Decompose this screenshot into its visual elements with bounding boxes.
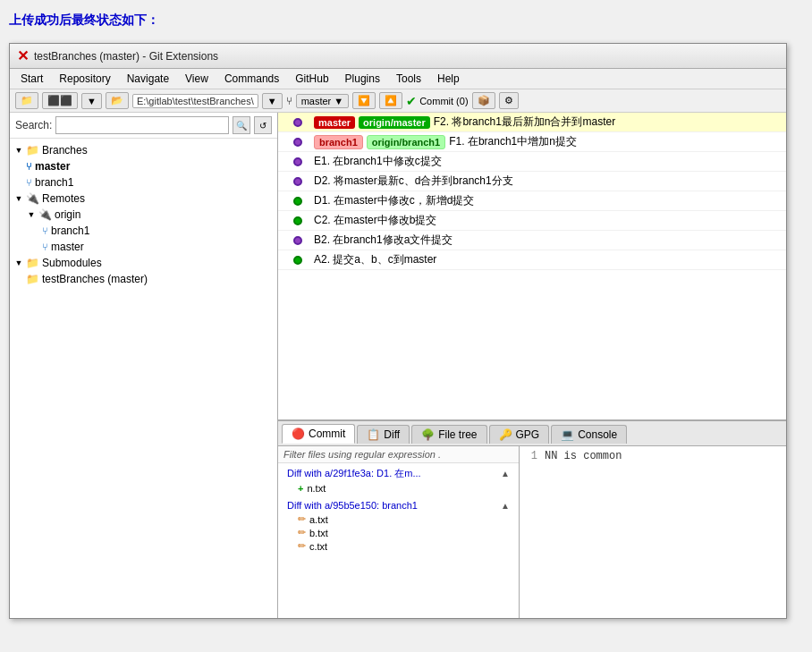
sidebar-item-origin[interactable]: ▼ 🔌 origin <box>10 207 277 223</box>
search-bar: Search: 🔍 ↺ <box>10 113 277 139</box>
commit-row-b2[interactable]: B2. 在branch1修改a文件提交 <box>278 231 786 250</box>
commit-row-f2[interactable]: master origin/master F2. 将branch1最后新加n合并… <box>278 113 786 132</box>
menu-start[interactable]: Start <box>13 71 50 87</box>
tab-gpg-label: GPG <box>516 428 540 441</box>
line-content-1: NN is common <box>545 450 622 462</box>
tab-commit[interactable]: 🔴 Commit <box>282 424 355 444</box>
diff-file-ntxt[interactable]: + n.txt <box>283 482 513 495</box>
sidebar: Search: 🔍 ↺ ▼ 📁 Branches ⑂ master ⑂ <box>10 113 278 618</box>
diff-file-atxt[interactable]: ✏ a.txt <box>283 512 513 526</box>
ctxt-label: c.txt <box>309 541 327 552</box>
master-label: master <box>35 160 70 173</box>
commit-labels-e1: E1. 在branch1中修改c提交 <box>314 154 442 169</box>
diff-section-1: Diff with a/29f1fe3a: D1. 在m... ▲ + n.tx… <box>278 463 519 496</box>
menu-help[interactable]: Help <box>430 71 467 87</box>
graph-col-f2 <box>282 118 314 127</box>
testbranches-icon: 📁 <box>26 273 39 285</box>
diff-section-2: Diff with a/95b5e150: branch1 ▲ ✏ a.txt … <box>278 496 519 555</box>
app-icon: ✕ <box>17 47 29 64</box>
toolbar-pull[interactable]: 🔽 <box>352 92 376 109</box>
toolbar-stash[interactable]: 📦 <box>472 92 495 109</box>
commit-label[interactable]: Commit (0) <box>419 96 468 106</box>
tab-diff[interactable]: 📋 Diff <box>357 425 410 444</box>
branch-badge[interactable]: master ▼ <box>296 94 350 108</box>
menu-plugins[interactable]: Plugins <box>338 71 387 87</box>
code-panel: 1 NN is common <box>520 446 786 618</box>
branches-folder-icon: 📁 <box>26 144 39 157</box>
commit-tab-icon: 🔴 <box>292 428 305 440</box>
sidebar-item-submodules[interactable]: ▼ 📁 Submodules <box>10 255 277 271</box>
toolbar-settings[interactable]: ⚙ <box>499 92 519 109</box>
commit-labels-d2: D2. 将master最新c、d合并到branch1分支 <box>314 174 513 189</box>
code-line-1: 1 NN is common <box>523 450 782 462</box>
diff-header-1[interactable]: Diff with a/29f1fe3a: D1. 在m... ▲ <box>283 465 513 482</box>
diff-file-ctxt[interactable]: ✏ c.txt <box>283 539 513 553</box>
testbranches-label: testBranches (master) <box>42 273 148 285</box>
diff-header-2-text: Diff with a/95b5e150: branch1 <box>287 500 418 511</box>
graph-col-f1 <box>282 138 314 147</box>
atxt-label: a.txt <box>309 514 328 525</box>
diff-header-2[interactable]: Diff with a/95b5e150: branch1 ▲ <box>283 498 513 512</box>
toolbar-btn-2[interactable]: ⬛⬛ <box>42 92 78 109</box>
sidebar-item-branch1[interactable]: ⑂ branch1 <box>10 174 277 191</box>
toolbar-path-dropdown[interactable]: ▼ <box>262 93 283 109</box>
submodules-toggle-icon: ▼ <box>13 258 24 268</box>
branch-icon: ⑂ <box>286 95 292 107</box>
branch-dropdown-icon: ▼ <box>334 96 343 106</box>
sidebar-item-origin-master[interactable]: ⑂ master <box>10 239 277 255</box>
graph-col-c2 <box>282 216 314 225</box>
menu-commands[interactable]: Commands <box>217 71 286 87</box>
sidebar-item-remotes[interactable]: ▼ 🔌 Remotes <box>10 191 277 207</box>
diff-file-btxt[interactable]: ✏ b.txt <box>283 526 513 539</box>
tab-console[interactable]: 💻 Console <box>551 425 627 444</box>
menu-tools[interactable]: Tools <box>389 71 428 87</box>
title-bar: ✕ testBranches (master) - Git Extensions <box>10 44 786 69</box>
menu-github[interactable]: GitHub <box>288 71 335 87</box>
main-content: Search: 🔍 ↺ ▼ 📁 Branches ⑂ master ⑂ <box>10 113 786 618</box>
origin-branch1-icon: ⑂ <box>42 225 48 236</box>
commit-labels-d1: D1. 在master中修改c，新增d提交 <box>314 193 474 208</box>
file-modified-icon-c: ✏ <box>298 540 306 552</box>
sidebar-item-master[interactable]: ⑂ master <box>10 158 277 174</box>
commit-row-c2[interactable]: C2. 在master中修改b提交 <box>278 211 786 231</box>
toolbar-folder[interactable]: 📂 <box>106 92 129 109</box>
toolbar-push[interactable]: 🔼 <box>379 92 402 109</box>
commit-ok-icon: ✔ <box>406 94 417 108</box>
origin-icon: 🔌 <box>38 208 52 221</box>
toolbar-btn-1[interactable]: 📁 <box>15 92 38 109</box>
sidebar-item-origin-branch1[interactable]: ⑂ branch1 <box>10 223 277 239</box>
tab-filetree[interactable]: 🌳 File tree <box>411 425 486 444</box>
diff-header-1-chevron: ▲ <box>501 469 510 478</box>
search-refresh-button[interactable]: ↺ <box>254 116 272 134</box>
toolbar: 📁 ⬛⬛ ▼ 📂 E:\gitlab\test\testBranches\ ▼ … <box>10 89 786 113</box>
commit-badge: ✔ Commit (0) <box>406 94 468 108</box>
toolbar-dropdown[interactable]: ▼ <box>81 93 102 109</box>
diff-tab-icon: 📋 <box>367 428 380 441</box>
sidebar-item-testbranches[interactable]: 📁 testBranches (master) <box>10 271 277 287</box>
search-input[interactable] <box>55 116 229 134</box>
origin-label: origin <box>55 208 80 221</box>
sidebar-tree: ▼ 📁 Branches ⑂ master ⑂ branch1 ▼ 🔌 Remo… <box>10 139 277 291</box>
commit-dot-f2 <box>293 118 302 127</box>
commit-dot-a2 <box>293 256 302 265</box>
commit-dot-c2 <box>293 216 302 225</box>
file-modified-icon-b: ✏ <box>298 527 306 538</box>
ntxt-label: n.txt <box>307 483 326 494</box>
commit-labels-f1: branch1 origin/branch1 F1. 在branch1中增加n提… <box>314 134 577 149</box>
commit-row-f1[interactable]: branch1 origin/branch1 F1. 在branch1中增加n提… <box>278 132 786 152</box>
menu-view[interactable]: View <box>178 71 216 87</box>
gpg-tab-icon: 🔑 <box>499 428 512 441</box>
commit-row-d1[interactable]: D1. 在master中修改c，新增d提交 <box>278 191 786 211</box>
remotes-folder-icon: 🔌 <box>26 192 39 205</box>
master-branch-icon: ⑂ <box>26 161 32 172</box>
menu-repository[interactable]: Repository <box>52 71 117 87</box>
origin-branch1-label: branch1 <box>51 224 89 237</box>
commit-row-a2[interactable]: A2. 提交a、b、c到master <box>278 250 786 270</box>
submodules-label: Submodules <box>42 257 102 269</box>
commit-row-d2[interactable]: D2. 将master最新c、d合并到branch1分支 <box>278 172 786 191</box>
search-button[interactable]: 🔍 <box>233 116 250 134</box>
sidebar-item-branches[interactable]: ▼ 📁 Branches <box>10 142 277 158</box>
commit-row-e1[interactable]: E1. 在branch1中修改c提交 <box>278 152 786 172</box>
tab-gpg[interactable]: 🔑 GPG <box>489 425 550 444</box>
menu-navigate[interactable]: Navigate <box>120 71 176 87</box>
